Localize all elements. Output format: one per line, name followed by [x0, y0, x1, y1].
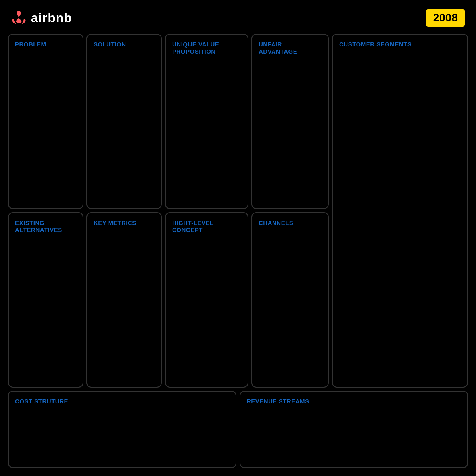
uvp-card: UNIQUE VALUE PROPOSITION — [165, 34, 248, 209]
existing-alternatives-card: EXISTING ALTERNATIVES — [8, 212, 83, 388]
unfair-advantage-title: UNFAIR ADVANTAGE — [259, 41, 297, 55]
logo-text: airbnb — [31, 11, 72, 25]
solution-card: SOLUTION — [86, 34, 162, 209]
problem-title: PROBLEM — [15, 41, 46, 48]
cost-structure-title: COST STRUTURE — [15, 398, 68, 405]
hight-level-concept-card: HIGHT-LEVEL CONCEPT — [165, 212, 248, 388]
revenue-streams-title: REVENUE STREAMS — [247, 398, 309, 405]
revenue-streams-card: REVENUE STREAMS — [240, 391, 468, 468]
logo-area: airbnb — [10, 9, 72, 27]
existing-alternatives-title: EXISTING ALTERNATIVES — [15, 219, 62, 233]
channels-title: CHANNELS — [259, 219, 293, 226]
airbnb-logo-icon — [10, 9, 28, 27]
solution-title: SOLUTION — [94, 41, 126, 48]
page: airbnb 2008 PROBLEM SOLUTION UNIQUE VALU… — [0, 0, 476, 476]
key-metrics-title: KEY METRICS — [94, 219, 136, 226]
key-metrics-card: KEY METRICS — [86, 212, 162, 388]
problem-card: PROBLEM — [8, 34, 83, 209]
header: airbnb 2008 — [4, 4, 472, 34]
customer-segments-title: CUSTOMER SEGMENTS — [339, 41, 411, 48]
channels-card: CHANNELS — [251, 212, 329, 388]
uvp-title: UNIQUE VALUE PROPOSITION — [172, 41, 219, 55]
customer-segments-card: CUSTOMER SEGMENTS — [332, 34, 468, 388]
cost-structure-card: COST STRUTURE — [8, 391, 236, 468]
year-badge: 2008 — [425, 8, 466, 28]
unfair-advantage-card: UNFAIR ADVANTAGE — [251, 34, 329, 209]
hight-level-concept-title: HIGHT-LEVEL CONCEPT — [172, 219, 213, 233]
